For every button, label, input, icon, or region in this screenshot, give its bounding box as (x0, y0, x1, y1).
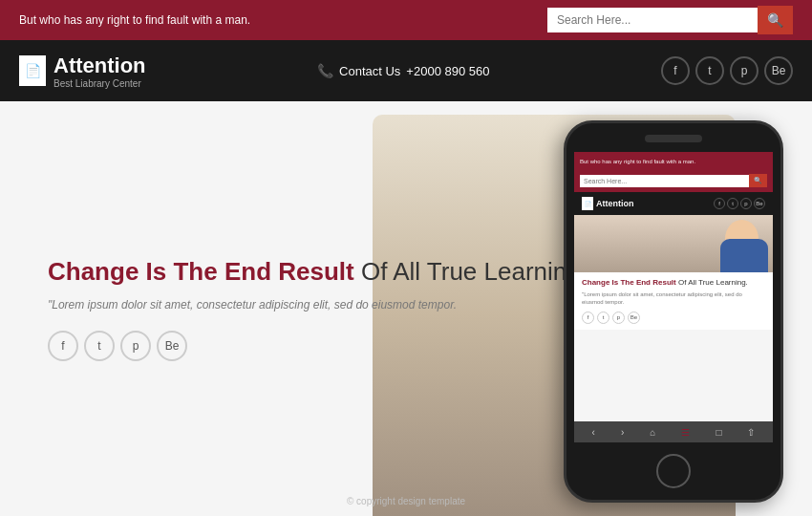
hero-section: Change Is The End Result Of All True Lea… (0, 101, 812, 516)
phone-home-button[interactable] (656, 454, 691, 488)
phone-hero-pinterest[interactable]: p (612, 312, 625, 324)
phone-hero-title-rest: Of All True Learning. (676, 278, 748, 287)
phone-behance-button[interactable]: Be (754, 198, 765, 209)
hero-twitter-button[interactable]: t (84, 331, 115, 361)
phone-logo-icon: 📄 (582, 197, 593, 210)
phone-hero-behance[interactable]: Be (628, 312, 640, 324)
header-facebook-button[interactable]: f (661, 56, 690, 85)
hero-behance-button[interactable]: Be (157, 331, 187, 361)
header-twitter-button[interactable]: t (695, 56, 724, 85)
hero-title-bold: Change Is The End Result (48, 257, 354, 286)
phone-nav-menu[interactable]: ☰ (681, 427, 690, 438)
phone-hero-image (574, 215, 773, 272)
phone-hero-title: Change Is The End Result Of All True Lea… (582, 278, 765, 287)
hero-pinterest-button[interactable]: p (120, 331, 151, 361)
phone-logo: 📄 Attention (582, 197, 634, 210)
phone-facebook-button[interactable]: f (714, 198, 725, 209)
phone-notch (645, 135, 702, 142)
logo-area: 📄 Attention Best Liabrary Center (19, 54, 146, 89)
phone-nav-home[interactable]: ⌂ (650, 427, 655, 438)
logo-subtitle: Best Liabrary Center (53, 78, 146, 89)
phone-content: Change Is The End Result Of All True Lea… (574, 272, 773, 330)
contact-number: +2000 890 560 (406, 64, 489, 78)
phone-header: 📄 Attention f t p Be (574, 192, 773, 215)
phone-hero-twitter[interactable]: t (597, 312, 609, 324)
logo-text: Attention Best Liabrary Center (53, 54, 146, 89)
phone-logo-title: Attention (596, 199, 634, 208)
header-behance-button[interactable]: Be (764, 56, 793, 85)
phone-search-button[interactable]: 🔍 (749, 174, 767, 187)
phone-pinterest-button[interactable]: p (740, 198, 752, 209)
top-bar-tagline: But who has any right to find fault with… (19, 13, 250, 27)
phone-hero-title-bold: Change Is The End Result (582, 278, 676, 287)
watermark: © copyright design template (347, 496, 465, 506)
header: 📄 Attention Best Liabrary Center 📞 Conta… (0, 40, 812, 101)
top-bar: But who has any right to find fault with… (0, 0, 812, 40)
contact-info: 📞 Contact Us +2000 890 560 (317, 63, 489, 78)
phone-hero-subtitle: "Lorem ipsum dolor sit amet, consectetur… (582, 290, 765, 307)
phone-nav-back[interactable]: ‹ (592, 427, 595, 438)
phone-nav-share[interactable]: ⇧ (747, 427, 755, 438)
phone-search-input[interactable] (580, 175, 749, 187)
logo-icon: 📄 (19, 55, 46, 86)
header-pinterest-button[interactable]: p (730, 56, 759, 85)
search-input[interactable] (547, 8, 758, 32)
contact-label: Contact Us (339, 64, 400, 78)
phone-social-icons: f t p Be (714, 198, 765, 209)
phone-nav-tabs[interactable]: □ (716, 427, 721, 438)
phone-twitter-button[interactable]: t (727, 198, 738, 209)
hero-title-rest: Of All True Learning. (354, 257, 588, 286)
phone-topbar: But who has any right to find fault with… (574, 152, 773, 171)
phone-icon: 📞 (317, 63, 333, 78)
phone-hero-social: f t p Be (582, 312, 765, 324)
phone-screen: But who has any right to find fault with… (574, 152, 773, 442)
header-social-icons: f t p Be (661, 56, 793, 85)
search-button[interactable]: 🔍 (758, 6, 793, 34)
phone-bottom-nav: ‹ › ⌂ ☰ □ ⇧ (574, 421, 773, 442)
phone-child-body (720, 239, 768, 272)
phone-nav-forward[interactable]: › (621, 427, 624, 438)
search-container: 🔍 (547, 6, 793, 34)
logo-title: Attention (53, 54, 146, 77)
phone-search-row: 🔍 (574, 171, 773, 192)
phone-hero-facebook[interactable]: f (582, 312, 594, 324)
watermark-text: © copyright design template (347, 496, 465, 506)
hero-facebook-button[interactable]: f (48, 331, 78, 361)
phone-frame: But who has any right to find fault with… (564, 120, 783, 503)
phone-topbar-text: But who has any right to find fault with… (580, 159, 695, 164)
